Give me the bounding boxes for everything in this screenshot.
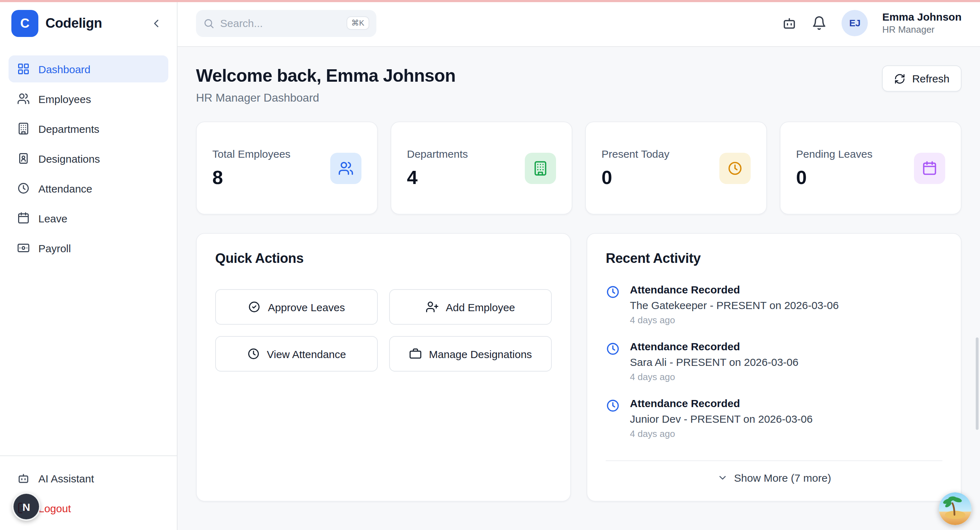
stat-card-total-employees: Total Employees 8: [196, 121, 378, 215]
search-bar[interactable]: ⌘K: [196, 10, 376, 37]
clock-icon: [606, 340, 620, 356]
show-more-button[interactable]: Show More (7 more): [606, 460, 942, 484]
users-icon: [17, 92, 30, 105]
activity-time: 4 days ago: [630, 315, 839, 325]
bot-icon: [17, 472, 30, 484]
bell-icon[interactable]: [812, 15, 828, 31]
app-window: C Codelign Dashboard Employees Departmen…: [0, 0, 980, 530]
sidebar-item-attendance[interactable]: Attendance: [8, 175, 168, 202]
stat-label: Total Employees: [212, 147, 290, 159]
action-label: Add Employee: [445, 301, 515, 313]
building-icon: [525, 153, 556, 184]
activity-item: Attendance Recorded Junior Dev - PRESENT…: [606, 397, 942, 439]
sidebar-item-label: Departments: [38, 123, 99, 135]
sidebar-item-dashboard[interactable]: Dashboard: [8, 56, 168, 83]
sidebar-item-label: Designations: [38, 153, 100, 164]
stats-row: Total Employees 8 Departments 4 Present …: [196, 121, 961, 215]
top-accent-line: [0, 0, 980, 2]
sidebar-item-label: Dashboard: [38, 63, 91, 75]
sidebar-header: C Codelign: [0, 0, 177, 46]
stat-label: Pending Leaves: [796, 147, 872, 159]
refresh-icon: [894, 73, 906, 84]
user-plus-icon: [426, 301, 439, 313]
calendar-icon: [914, 153, 945, 184]
sidebar-item-label: Logout: [38, 502, 71, 514]
sidebar-item-label: Employees: [38, 93, 91, 105]
user-role: HR Manager: [882, 24, 961, 36]
banknote-icon: [17, 242, 30, 254]
activity-time: 4 days ago: [630, 428, 813, 439]
bot-icon[interactable]: [782, 15, 798, 31]
activity-item: Attendance Recorded Sara Ali - PRESENT o…: [606, 340, 942, 382]
app-title: Codelign: [45, 16, 102, 31]
stat-label: Departments: [407, 147, 468, 159]
activity-time: 4 days ago: [630, 372, 799, 382]
clock-icon: [606, 397, 620, 413]
quick-actions-grid: Approve Leaves Add Employee View Attenda…: [215, 289, 552, 372]
stat-card-departments: Departments 4: [391, 121, 573, 215]
view-attendance-button[interactable]: View Attendance: [215, 336, 378, 372]
add-employee-button[interactable]: Add Employee: [389, 289, 552, 325]
action-label: Manage Designations: [429, 348, 532, 360]
activity-title: Attendance Recorded: [630, 340, 799, 352]
stat-value: 0: [601, 167, 669, 189]
recent-activity-panel: Recent Activity Attendance Recorded The …: [587, 233, 961, 501]
quick-actions-panel: Quick Actions Approve Leaves Add Employe…: [196, 233, 571, 501]
page-header: Welcome back, Emma Johnson HR Manager Da…: [196, 65, 961, 104]
sidebar-item-designations[interactable]: Designations: [8, 145, 168, 172]
refresh-label: Refresh: [912, 72, 950, 84]
user-name: Emma Johnson: [882, 11, 961, 24]
sidebar-item-label: Payroll: [38, 242, 71, 254]
island-float-button[interactable]: [939, 492, 972, 525]
check-circle-icon: [248, 301, 261, 313]
activity-title: Attendance Recorded: [630, 397, 813, 409]
search-input[interactable]: [220, 17, 340, 29]
stat-value: 8: [212, 167, 290, 189]
topbar-right: EJ Emma Johnson HR Manager: [782, 10, 961, 36]
sidebar-collapse-button[interactable]: [147, 14, 165, 33]
clock-icon: [17, 182, 30, 195]
sidebar-item-employees[interactable]: Employees: [8, 85, 168, 112]
dashboard-grid-icon: [17, 62, 30, 75]
action-label: Approve Leaves: [268, 301, 345, 313]
stat-value: 4: [407, 167, 468, 189]
floating-n-badge[interactable]: N: [12, 492, 40, 521]
sidebar-nav: Dashboard Employees Departments Designat…: [0, 46, 177, 270]
manage-designations-button[interactable]: Manage Designations: [389, 336, 552, 372]
quick-actions-title: Quick Actions: [215, 251, 552, 266]
scrollbar-thumb[interactable]: [976, 337, 978, 430]
activity-detail: Sara Ali - PRESENT on 2026-03-06: [630, 356, 799, 368]
stat-label: Present Today: [601, 147, 669, 159]
sidebar-item-leave[interactable]: Leave: [8, 205, 168, 232]
topbar: ⌘K EJ Emma Johnson HR Manager: [178, 0, 980, 47]
approve-leaves-button[interactable]: Approve Leaves: [215, 289, 378, 325]
show-more-label: Show More (7 more): [734, 472, 831, 484]
clock-icon: [719, 153, 751, 184]
activity-list: Attendance Recorded The Gatekeeper - PRE…: [606, 283, 942, 450]
chevron-left-icon: [150, 17, 162, 30]
id-badge-icon: [17, 152, 30, 165]
page-header-text: Welcome back, Emma Johnson HR Manager Da…: [196, 65, 455, 104]
search-shortcut-badge: ⌘K: [346, 16, 369, 30]
sidebar-item-ai-assistant[interactable]: AI Assistant: [8, 465, 168, 492]
avatar[interactable]: EJ: [842, 10, 868, 36]
activity-detail: Junior Dev - PRESENT on 2026-03-06: [630, 413, 813, 425]
building-icon: [17, 122, 30, 135]
sidebar-item-payroll[interactable]: Payroll: [8, 234, 168, 261]
content-row: Quick Actions Approve Leaves Add Employe…: [196, 233, 961, 501]
search-icon: [203, 18, 215, 29]
sidebar-item-label: AI Assistant: [38, 472, 94, 484]
sidebar: C Codelign Dashboard Employees Departmen…: [0, 0, 178, 530]
activity-item: Attendance Recorded The Gatekeeper - PRE…: [606, 283, 942, 325]
users-icon: [330, 153, 361, 184]
refresh-button[interactable]: Refresh: [882, 65, 961, 92]
stat-card-pending-leaves: Pending Leaves 0: [780, 121, 961, 215]
activity-detail: The Gatekeeper - PRESENT on 2026-03-06: [630, 299, 839, 311]
page-title: Welcome back, Emma Johnson: [196, 65, 455, 86]
briefcase-icon: [409, 347, 422, 360]
sidebar-item-departments[interactable]: Departments: [8, 115, 168, 142]
sidebar-spacer: [0, 270, 177, 455]
activity-title: Attendance Recorded: [630, 283, 839, 296]
chevron-down-icon: [717, 473, 727, 483]
tropical-island-icon: [939, 492, 972, 525]
